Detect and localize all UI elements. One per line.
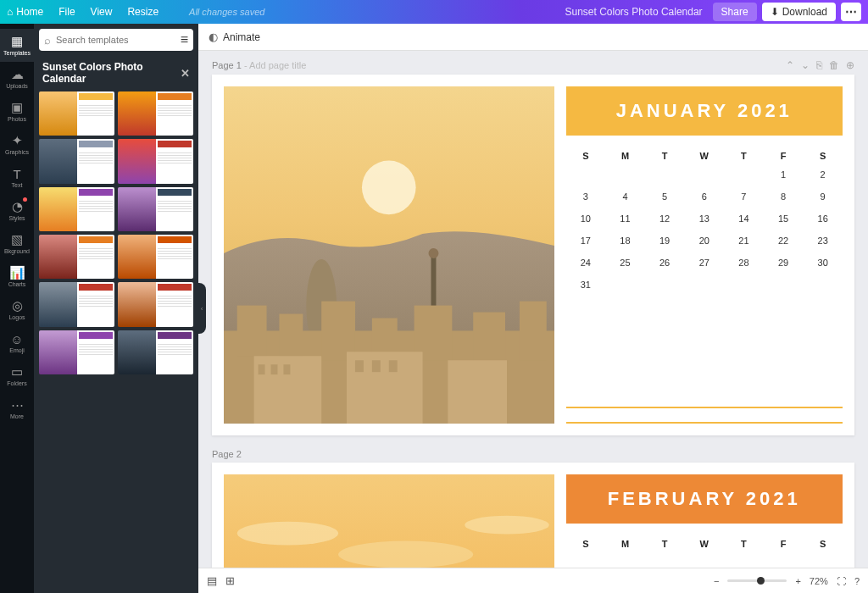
page-1[interactable]: JANUARY 2021 SMTWTFS 1234567891011121314… <box>212 75 854 435</box>
template-thumb[interactable] <box>39 187 114 231</box>
sidebar-tab-graphics[interactable]: ✦Graphics <box>0 128 34 161</box>
page-duplicate-icon[interactable]: ⎘ <box>816 59 822 71</box>
template-thumb[interactable] <box>39 91 114 136</box>
canvas-scroll[interactable]: Page 1 - Add page title ⌃ ⌄ ⎘ 🗑 ⊕ <box>198 51 868 568</box>
day-cell: 17 <box>566 236 606 258</box>
search-input[interactable] <box>56 35 175 45</box>
more-button[interactable]: ⋯ <box>841 3 861 21</box>
day-cell: 19 <box>645 236 685 258</box>
sidebar-tab-emoji[interactable]: ☺Emoji <box>0 326 34 359</box>
svg-rect-19 <box>355 360 364 372</box>
grid-view-icon[interactable]: ⊞ <box>225 574 235 587</box>
photos-icon: ▣ <box>10 101 24 114</box>
bottom-bar: ▤ ⊞ − + 72% ⛶ ? <box>198 568 868 593</box>
dow-cell: F <box>764 151 804 161</box>
page-delete-icon[interactable]: 🗑 <box>829 59 839 71</box>
template-thumb[interactable] <box>118 139 193 183</box>
view-menu[interactable]: View <box>91 6 113 18</box>
template-thumb[interactable] <box>118 282 193 326</box>
template-thumb[interactable] <box>39 139 114 183</box>
sidebar-tab-photos[interactable]: ▣Photos <box>0 95 34 128</box>
template-thumb[interactable] <box>118 330 193 374</box>
filter-icon[interactable]: ≡ <box>181 32 188 47</box>
template-thumb[interactable] <box>118 235 193 279</box>
page-2-photo[interactable] <box>224 474 554 568</box>
home-label: Home <box>16 6 43 18</box>
file-menu[interactable]: File <box>58 6 75 18</box>
month-title-1[interactable]: JANUARY 2021 <box>566 86 843 136</box>
search-container: ⌕ ≡ <box>39 29 193 51</box>
close-icon[interactable]: ✕ <box>181 67 190 80</box>
templates-panel: ⌕ ≡ Sunset Colors Photo Calendar ✕ ‹ <box>34 24 198 593</box>
sidebar-tab-label: Graphics <box>5 149 29 155</box>
templates-icon: ▦ <box>10 35 24 48</box>
zoom-level[interactable]: 72% <box>810 576 828 586</box>
svg-rect-6 <box>237 306 267 357</box>
day-cell: 22 <box>764 236 804 258</box>
sidebar-tab-label: Emoji <box>9 347 25 353</box>
day-cell: 20 <box>684 236 724 258</box>
day-cell: 26 <box>645 258 685 280</box>
panel-collapse-handle[interactable]: ‹ <box>198 283 206 334</box>
page-1-photo[interactable] <box>224 86 554 424</box>
days-grid-1: 1234567891011121314151617181920212223242… <box>566 169 843 302</box>
download-button[interactable]: ⬇ Download <box>762 3 836 21</box>
animate-label: Animate <box>223 31 260 43</box>
sidebar-tab-more[interactable]: ⋯More <box>0 392 34 425</box>
template-thumb[interactable] <box>39 235 114 279</box>
search-icon: ⌕ <box>44 34 51 47</box>
day-cell: 28 <box>724 258 764 280</box>
animate-button[interactable]: ◐ Animate <box>209 30 260 43</box>
svg-point-25 <box>465 516 548 535</box>
month-title-2[interactable]: FEBRUARY 2021 <box>566 474 843 524</box>
rule-1b <box>566 422 843 424</box>
zoom-in-icon[interactable]: + <box>795 576 800 586</box>
svg-rect-8 <box>321 302 355 361</box>
sidebar-tab-text[interactable]: TText <box>0 161 34 194</box>
fullscreen-icon[interactable]: ⛶ <box>837 576 846 586</box>
left-sidebar: ▦Templates☁Uploads▣Photos✦GraphicsTText◔… <box>0 24 34 593</box>
sidebar-tab-logos[interactable]: ◎Logos <box>0 293 34 326</box>
page-2-calendar[interactable]: FEBRUARY 2021 SMTWTFS <box>566 474 843 568</box>
template-thumb[interactable] <box>39 282 114 326</box>
page-1-label: Page 1 <box>212 60 242 70</box>
sidebar-tab-uploads[interactable]: ☁Uploads <box>0 62 34 95</box>
help-icon[interactable]: ? <box>854 576 860 586</box>
day-cell <box>566 169 606 191</box>
resize-menu[interactable]: Resize <box>127 6 159 18</box>
text-icon: T <box>10 167 24 180</box>
template-thumb[interactable] <box>118 91 193 136</box>
day-cell: 3 <box>566 191 606 213</box>
page-expand-icon[interactable]: ⌄ <box>801 59 810 71</box>
uploads-icon: ☁ <box>10 68 24 81</box>
animate-icon: ◐ <box>209 30 218 43</box>
page-1-title-input[interactable]: Add page title <box>249 60 306 70</box>
styles-icon: ◔ <box>10 200 24 213</box>
dow-cell: F <box>764 539 804 549</box>
day-cell: 5 <box>645 191 685 213</box>
zoom-slider[interactable] <box>727 579 787 582</box>
sidebar-tab-label: Text <box>12 182 23 188</box>
day-cell: 31 <box>566 280 606 302</box>
sidebar-tab-bkground[interactable]: ▧Bkground <box>0 227 34 260</box>
template-thumb[interactable] <box>39 330 114 374</box>
page-add-icon[interactable]: ⊕ <box>846 59 854 71</box>
sidebar-tab-templates[interactable]: ▦Templates <box>0 29 34 62</box>
share-button[interactable]: Share <box>713 3 757 21</box>
zoom-out-icon[interactable]: − <box>714 576 719 586</box>
template-thumb[interactable] <box>118 187 193 231</box>
day-cell: 8 <box>764 191 804 213</box>
bkground-icon: ▧ <box>10 233 24 247</box>
page-collapse-icon[interactable]: ⌃ <box>786 59 794 71</box>
day-cell: 13 <box>684 213 724 236</box>
sidebar-tab-styles[interactable]: ◔Styles <box>0 194 34 227</box>
sidebar-tab-charts[interactable]: 📊Charts <box>0 260 34 293</box>
page-1-calendar[interactable]: JANUARY 2021 SMTWTFS 1234567891011121314… <box>566 86 843 424</box>
page-2[interactable]: FEBRUARY 2021 SMTWTFS <box>212 463 854 568</box>
home-menu[interactable]: ⌂ Home <box>7 6 43 18</box>
pages-icon[interactable]: ▤ <box>207 574 217 587</box>
dow-cell: W <box>684 151 724 161</box>
day-cell: 1 <box>764 169 804 191</box>
document-title[interactable]: Sunset Colors Photo Calendar <box>565 6 703 18</box>
sidebar-tab-folders[interactable]: ▭Folders <box>0 359 34 392</box>
